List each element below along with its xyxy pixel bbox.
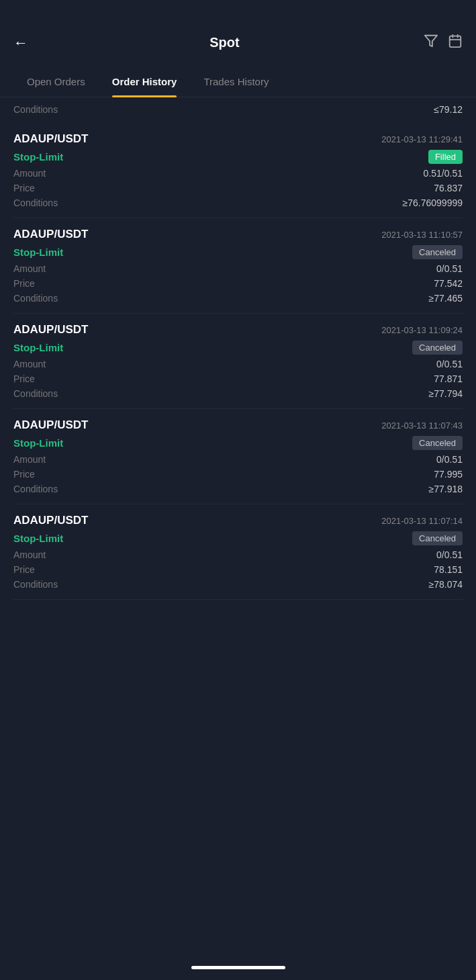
- price-label: Price: [13, 564, 35, 575]
- price-value: 76.837: [434, 183, 463, 193]
- conditions-label: Conditions: [13, 579, 58, 590]
- order-type-row: Stop-Limit Filled: [13, 150, 463, 164]
- order-date: 2021-03-13 11:10:57: [381, 230, 463, 240]
- price-value: 77.542: [434, 278, 463, 289]
- conditions-row: Conditions ≥76.76099999: [13, 197, 463, 208]
- svg-marker-0: [425, 36, 437, 47]
- pair-name: ADAUP/USDT: [13, 418, 88, 432]
- tab-open-orders[interactable]: Open Orders: [13, 68, 99, 97]
- order-item: ADAUP/USDT 2021-03-13 11:07:14 Stop-Limi…: [13, 504, 463, 600]
- order-header-row: ADAUP/USDT 2021-03-13 11:07:43: [13, 418, 463, 432]
- amount-value: 0/0.51: [436, 263, 463, 274]
- price-row: Price 78.151: [13, 564, 463, 575]
- amount-label: Amount: [13, 168, 46, 179]
- order-type: Stop-Limit: [13, 437, 63, 449]
- order-header-row: ADAUP/USDT 2021-03-13 11:10:57: [13, 228, 463, 241]
- status-badge: Canceled: [412, 531, 463, 545]
- amount-label: Amount: [13, 263, 46, 274]
- first-conditions-row: Conditions ≤79.12: [13, 97, 463, 119]
- price-label: Price: [13, 373, 35, 384]
- order-type-row: Stop-Limit Canceled: [13, 531, 463, 545]
- conditions-value: ≥77.465: [428, 293, 463, 304]
- calendar-icon[interactable]: [448, 34, 463, 52]
- price-value: 78.151: [434, 564, 463, 575]
- status-badge: Filled: [428, 150, 463, 164]
- amount-value: 0/0.51: [436, 359, 463, 369]
- amount-row: Amount 0.51/0.51: [13, 168, 463, 179]
- order-item: ADAUP/USDT 2021-03-13 11:29:41 Stop-Limi…: [13, 123, 463, 218]
- price-value: 77.871: [434, 373, 463, 384]
- status-badge: Canceled: [412, 341, 463, 355]
- conditions-label: Conditions: [13, 197, 58, 208]
- price-row: Price 77.542: [13, 278, 463, 289]
- svg-rect-1: [450, 36, 461, 47]
- pair-name: ADAUP/USDT: [13, 323, 88, 337]
- price-row: Price 77.995: [13, 469, 463, 480]
- header-actions: [409, 34, 463, 52]
- price-label: Price: [13, 469, 35, 480]
- pair-name: ADAUP/USDT: [13, 514, 88, 527]
- tab-order-history[interactable]: Order History: [99, 68, 191, 97]
- price-label: Price: [13, 183, 35, 193]
- order-header-row: ADAUP/USDT 2021-03-13 11:29:41: [13, 132, 463, 146]
- amount-label: Amount: [13, 549, 46, 560]
- order-header-row: ADAUP/USDT 2021-03-13 11:09:24: [13, 323, 463, 337]
- orders-container: ADAUP/USDT 2021-03-13 11:29:41 Stop-Limi…: [13, 123, 463, 600]
- amount-value: 0.51/0.51: [424, 168, 463, 179]
- status-badge: Canceled: [412, 436, 463, 450]
- conditions-label: Conditions: [13, 388, 58, 399]
- amount-label: Amount: [13, 454, 46, 465]
- price-row: Price 77.871: [13, 373, 463, 384]
- page-title: Spot: [40, 35, 409, 50]
- order-date: 2021-03-13 11:29:41: [381, 134, 463, 144]
- order-type-row: Stop-Limit Canceled: [13, 436, 463, 450]
- conditions-value: ≥77.794: [428, 388, 463, 399]
- amount-value: 0/0.51: [436, 549, 463, 560]
- order-type: Stop-Limit: [13, 342, 63, 353]
- amount-row: Amount 0/0.51: [13, 454, 463, 465]
- order-list: Conditions ≤79.12 ADAUP/USDT 2021-03-13 …: [0, 97, 476, 600]
- conditions-value: ≥76.76099999: [403, 197, 463, 208]
- price-label: Price: [13, 278, 35, 289]
- conditions-value-0: ≤79.12: [434, 104, 463, 115]
- tab-bar: Open Orders Order History Trades History: [0, 68, 476, 97]
- price-value: 77.995: [434, 469, 463, 480]
- conditions-row: Conditions ≥77.794: [13, 388, 463, 399]
- amount-row: Amount 0/0.51: [13, 359, 463, 369]
- pair-name: ADAUP/USDT: [13, 132, 88, 146]
- conditions-row: Conditions ≥78.074: [13, 579, 463, 590]
- tab-trades-history[interactable]: Trades History: [190, 68, 282, 97]
- order-type: Stop-Limit: [13, 151, 63, 163]
- conditions-label: Conditions: [13, 484, 58, 494]
- order-header-row: ADAUP/USDT 2021-03-13 11:07:14: [13, 514, 463, 527]
- order-date: 2021-03-13 11:09:24: [381, 325, 463, 335]
- order-item: ADAUP/USDT 2021-03-13 11:10:57 Stop-Limi…: [13, 218, 463, 314]
- conditions-label: Conditions: [13, 293, 58, 304]
- pair-name: ADAUP/USDT: [13, 228, 88, 241]
- order-type-row: Stop-Limit Canceled: [13, 245, 463, 259]
- order-item: ADAUP/USDT 2021-03-13 11:09:24 Stop-Limi…: [13, 314, 463, 409]
- amount-value: 0/0.51: [436, 454, 463, 465]
- order-item: ADAUP/USDT 2021-03-13 11:07:43 Stop-Limi…: [13, 409, 463, 504]
- order-type-row: Stop-Limit Canceled: [13, 341, 463, 355]
- conditions-value: ≥77.918: [428, 484, 463, 494]
- order-type: Stop-Limit: [13, 533, 63, 544]
- order-type: Stop-Limit: [13, 247, 63, 258]
- back-button[interactable]: ←: [13, 34, 40, 52]
- amount-row: Amount 0/0.51: [13, 263, 463, 274]
- amount-label: Amount: [13, 359, 46, 369]
- header: ← Spot: [0, 0, 476, 62]
- conditions-label-0: Conditions: [13, 104, 58, 115]
- home-indicator: [191, 966, 285, 969]
- order-date: 2021-03-13 11:07:14: [381, 516, 463, 526]
- status-badge: Canceled: [412, 245, 463, 259]
- conditions-row: Conditions ≥77.465: [13, 293, 463, 304]
- conditions-row: Conditions ≥77.918: [13, 484, 463, 494]
- conditions-value: ≥78.074: [428, 579, 463, 590]
- price-row: Price 76.837: [13, 183, 463, 193]
- filter-icon[interactable]: [424, 34, 438, 52]
- amount-row: Amount 0/0.51: [13, 549, 463, 560]
- order-date: 2021-03-13 11:07:43: [381, 420, 463, 431]
